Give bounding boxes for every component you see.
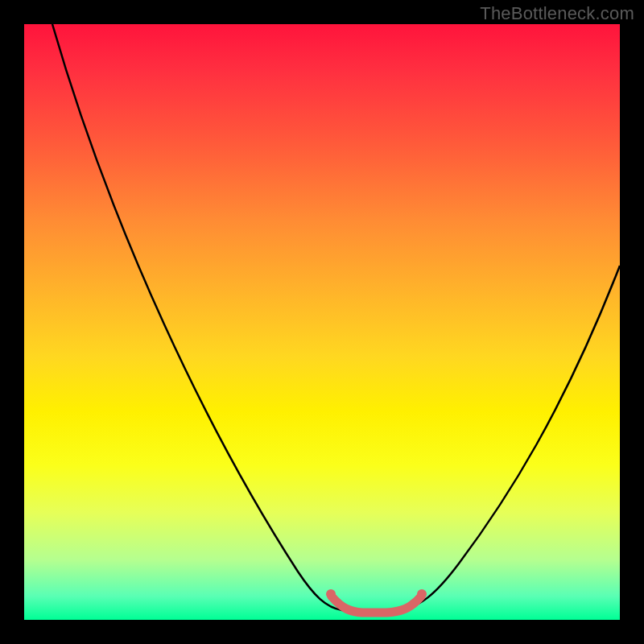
watermark-text: TheBottleneck.com: [480, 3, 634, 24]
minimum-highlight-left-dot: [326, 589, 336, 599]
plot-area: [24, 24, 620, 620]
bottleneck-curve: [52, 24, 620, 610]
curve-layer: [24, 24, 620, 620]
minimum-highlight: [332, 597, 421, 613]
chart-frame: TheBottleneck.com: [0, 0, 644, 644]
minimum-highlight-right-dot: [417, 589, 427, 599]
